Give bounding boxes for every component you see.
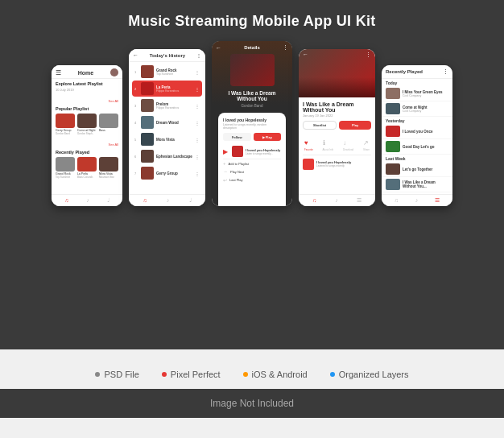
phones-row: ☰ Home Explore Latest Playlist 10 July 2…: [52, 41, 452, 206]
next-icon[interactable]: →: [223, 169, 228, 174]
today-label: Today: [382, 79, 452, 86]
track-info: Come at Night Cool Company: [403, 105, 448, 113]
more-icon[interactable]: ⋮: [195, 154, 200, 159]
phone1-screen: ☰ Home Explore Latest Playlist 10 July 2…: [52, 65, 122, 206]
recent-artist: Mountain Star: [99, 176, 118, 179]
recent-artist: Top Sunshine: [56, 176, 75, 179]
share-action[interactable]: ↗ Share: [363, 134, 370, 151]
track-thumb: [232, 146, 243, 157]
home-nav-icon[interactable]: ♫: [312, 197, 316, 204]
explore-title: Explore Latest Playlist: [56, 81, 118, 86]
share-icon: ↗ Share: [363, 139, 370, 151]
menu-icon[interactable]: ⋮: [366, 52, 371, 58]
last-icon[interactable]: ↩: [223, 177, 227, 183]
library-nav-icon[interactable]: ☰: [357, 197, 361, 204]
track-number: 1: [134, 70, 138, 74]
track-item: I Was Like a Dream Without You...: [382, 177, 452, 192]
bottom-nav: ♫ ♪ ☰: [299, 194, 375, 206]
track-thumb: [141, 82, 154, 95]
layers-label: Organized Layers: [339, 370, 409, 379]
track-name: Dream Wood: [156, 121, 192, 125]
recent-thumb1: [56, 157, 75, 171]
back-icon[interactable]: ←: [303, 52, 308, 58]
about-action[interactable]: ℹ About Info: [323, 134, 334, 151]
more-icon[interactable]: ⋮: [195, 103, 200, 109]
psd-label: PSD File: [104, 370, 138, 379]
search-nav-icon[interactable]: ♪: [335, 197, 338, 204]
track-number: 6: [134, 155, 138, 159]
track-thumb: [386, 126, 400, 137]
phone4-content: I Was Like a Dream Without You January 1…: [299, 97, 375, 194]
menu-icon[interactable]: ⋮: [283, 44, 288, 51]
home-nav-icon[interactable]: ♫: [143, 197, 147, 204]
phone-history: ← Today's History ⋮ 1 Grand Rock Top Sun…: [129, 49, 205, 206]
image-notice-bar: Image Not Included: [0, 389, 504, 418]
more-icon[interactable]: ⋮: [195, 120, 200, 126]
phone3-header: ← Details ⋮: [212, 41, 292, 54]
track-info: I loved you Hopelessly Listened to songs…: [316, 160, 371, 167]
back-icon[interactable]: ←: [133, 52, 138, 58]
hamburger-icon: ☰: [56, 69, 61, 76]
favorite-action[interactable]: ♥ Favorite: [304, 134, 313, 151]
explore-sub: 10 July 2019: [56, 88, 118, 92]
see-all-link[interactable]: See All: [109, 99, 118, 103]
feature-pixel: Pixel Perfect: [162, 370, 221, 379]
thumb3: [99, 114, 118, 128]
search-nav-icon[interactable]: ♪: [86, 197, 89, 204]
image-notice: Image Not Included: [210, 398, 294, 409]
back-icon[interactable]: ←: [216, 45, 221, 51]
home-nav-icon[interactable]: ♫: [395, 197, 399, 204]
download-action[interactable]: ↓ Download: [343, 134, 353, 151]
play-button[interactable]: Play: [339, 121, 371, 130]
library-nav-icon[interactable]: ☰: [435, 197, 440, 204]
more-icon[interactable]: ⋮: [195, 86, 200, 92]
track-number: 3: [134, 104, 138, 108]
popular-title: Popular Playlist: [56, 106, 89, 111]
download-icon: ↓ Download: [343, 139, 353, 151]
img-header: ← ⋮: [299, 52, 375, 58]
avatar: [110, 68, 118, 76]
menu-item: → Play Next: [223, 167, 281, 176]
menu-item: + Add to Playlist: [223, 159, 281, 167]
list-item: 5 Mora Vista ⋮: [132, 131, 202, 147]
play-icon[interactable]: ▶: [223, 148, 228, 155]
phone4-screen: ← ⋮ I Was Like a Dream Without You Janua…: [299, 49, 375, 206]
ios-dot: [243, 372, 248, 377]
track-info: Prelom Filippo Karamitros: [156, 102, 192, 110]
shortlist-button[interactable]: Shortlist: [303, 121, 337, 130]
search-nav-icon[interactable]: ♪: [415, 197, 419, 204]
search-nav-icon[interactable]: ♪: [167, 197, 170, 204]
feature-psd: PSD File: [95, 370, 138, 379]
more-icon[interactable]: ⋮: [195, 171, 200, 176]
track-name: Gerry Group: [156, 171, 192, 176]
phone-home: ☰ Home Explore Latest Playlist 10 July 2…: [52, 65, 122, 206]
track-number: 4: [134, 121, 138, 125]
bottom-nav: ♫ ♪ ♩: [52, 194, 122, 206]
follow-button[interactable]: Follow: [223, 133, 251, 141]
library-nav-icon[interactable]: ♩: [107, 197, 109, 204]
song-date: January 19 Jan 2022: [303, 114, 371, 118]
track-name: Bass: [99, 129, 118, 132]
track-info: La Peria Filippo Karamitros: [156, 85, 192, 93]
list-item: 3 Prelom Filippo Karamitros ⋮: [132, 97, 202, 114]
play-button[interactable]: ▶ Play: [254, 133, 282, 141]
features-row: PSD File Pixel Perfect iOS & Android Org…: [95, 370, 408, 379]
feature-ios: iOS & Android: [243, 370, 308, 379]
bottom-panel: I loved you Hopelessly Listened to songs…: [218, 113, 286, 206]
track-number: 7: [134, 171, 138, 176]
library-nav-icon[interactable]: ♩: [189, 197, 192, 204]
recent-item: La Perla Bass Conundr.: [77, 157, 97, 179]
menu-icon[interactable]: ⋮: [443, 68, 448, 75]
see-all-recent[interactable]: See All: [109, 143, 118, 147]
track-info: Mora Vista: [156, 138, 192, 142]
track-item: Let's go Together: [382, 162, 452, 177]
more-icon[interactable]: ⋮: [195, 137, 200, 143]
menu-icon[interactable]: ⋮: [196, 52, 201, 58]
track-info: Ephesian Landscape: [156, 155, 192, 159]
add-icon[interactable]: +: [223, 161, 226, 166]
track-thumb: [303, 159, 314, 170]
track-item: I Miss Your Green Eyes Cool Company: [382, 86, 452, 101]
more-icon[interactable]: ⋮: [195, 69, 200, 75]
home-nav-icon[interactable]: ♫: [64, 197, 68, 204]
phone2-title: Today's History: [141, 53, 194, 58]
